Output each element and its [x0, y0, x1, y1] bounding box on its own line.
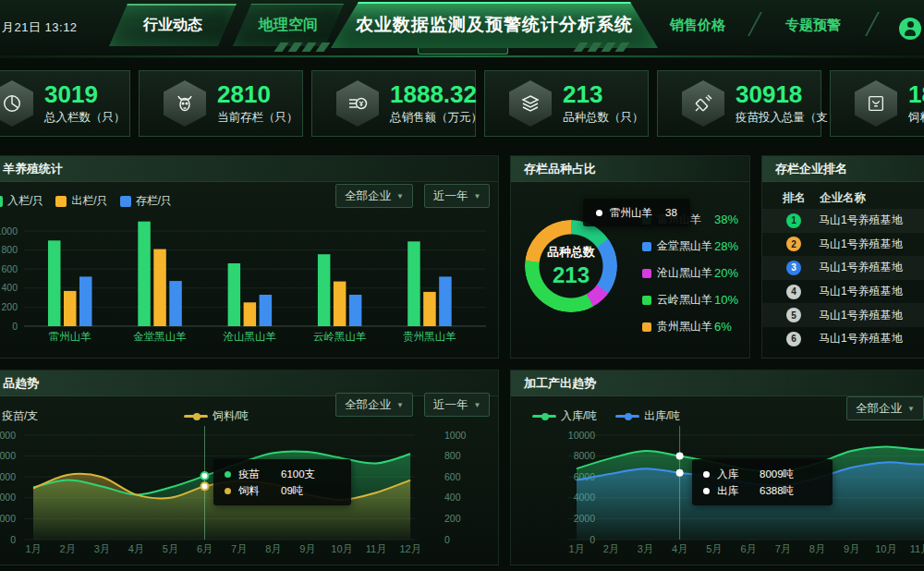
- rank-badge: 3: [786, 261, 801, 275]
- legend-item[interactable]: 云岭黑山羊10%: [642, 292, 738, 308]
- stat-value: 1888.32: [390, 82, 482, 106]
- chart-tooltip: 疫苗6100支 饲料09吨: [213, 459, 351, 505]
- svg-text:11月: 11月: [366, 543, 386, 554]
- stat-label: 总销售额（万元）: [390, 110, 482, 126]
- stat-label: 总入栏数（只）: [44, 110, 126, 126]
- bar-chart[interactable]: 02004006008001000雷州山羊金堂黑山羊沧山黑山羊云岭黑山羊贵州黑山…: [0, 156, 500, 359]
- panel-output-trend: 加工产出趋势 入库/吨 出库/吨 全部企业▼ 近一年▼ 020004000600…: [510, 370, 924, 565]
- table-header: 排名 企业名称: [762, 190, 924, 206]
- nav-separator: [748, 12, 762, 36]
- svg-text:0: 0: [444, 534, 450, 545]
- table-row[interactable]: 2马山1号养殖基地: [762, 233, 924, 257]
- svg-text:10000: 10000: [0, 430, 16, 441]
- rank-badge: 4: [786, 285, 801, 299]
- nav-tab-warning[interactable]: 专题预警: [765, 17, 861, 34]
- nav-tab-geo[interactable]: 地理空间: [233, 4, 344, 46]
- svg-text:云岭黑山羊: 云岭黑山羊: [313, 331, 367, 342]
- svg-text:12月: 12月: [399, 543, 420, 554]
- stat-label: 饲料投入总量: [908, 110, 924, 126]
- donut-center-label: 品种总数 213: [525, 220, 617, 312]
- stat-value: 30918: [736, 82, 840, 106]
- datetime: 月21日 13:12: [2, 19, 78, 36]
- svg-text:400: 400: [444, 492, 461, 503]
- chart-tooltip: 雷州山羊38: [583, 199, 690, 226]
- stat-label: 疫苗投入总量（支）: [736, 110, 840, 126]
- ranking-table: 1马山1号养殖基地 2马山1号养殖基地 3马山1号养殖基地 4马山1号养殖基地 …: [762, 209, 924, 351]
- rank-badge: 2: [786, 237, 801, 251]
- table-row[interactable]: 1马山1号养殖基地: [762, 209, 924, 233]
- stat-card-total-in: 3019总入栏数（只）: [0, 70, 130, 137]
- svg-text:3月: 3月: [94, 543, 110, 554]
- svg-text:10000: 10000: [568, 430, 595, 441]
- table-row[interactable]: 4马山1号养殖基地: [762, 280, 924, 304]
- legend-swatch: [642, 296, 651, 305]
- tooltip-dot: [225, 488, 231, 494]
- panel-supply-trend: 品趋势 疫苗/支 饲料/吨 全部企业▼ 近一年▼ 020004000600080…: [0, 370, 499, 565]
- stat-label: 品种总数（只）: [563, 110, 644, 126]
- nav-tab-industry[interactable]: 行业动态: [109, 4, 237, 46]
- tooltip-dot: [703, 488, 710, 494]
- svg-text:1月: 1月: [568, 543, 584, 554]
- legend-item[interactable]: 沧山黑山羊20%: [642, 265, 738, 281]
- svg-text:400: 400: [1, 282, 18, 293]
- table-row[interactable]: 6马山1号养殖基地: [762, 327, 924, 351]
- user-icon[interactable]: [899, 18, 921, 40]
- stat-card-feed: 1888饲料投入总量: [830, 70, 924, 137]
- panel-title: 存栏企业排名: [762, 156, 924, 182]
- stat-value: 1888: [908, 82, 924, 106]
- chart-tooltip: 入库8009吨 出库6388吨: [692, 459, 833, 505]
- svg-text:200: 200: [444, 513, 461, 524]
- svg-text:雷州山羊: 雷州山羊: [49, 331, 91, 342]
- rank-badge: 5: [786, 308, 801, 322]
- syringe-icon: [682, 80, 724, 127]
- nav-separator: [865, 12, 880, 36]
- svg-text:4月: 4月: [128, 543, 144, 554]
- table-row[interactable]: 5马山1号养殖基地: [762, 303, 924, 327]
- stat-value: 213: [563, 82, 644, 106]
- stat-card-vaccine: 30918疫苗投入总量（支）: [657, 70, 821, 137]
- coins-icon: [336, 80, 379, 127]
- stat-card-varieties: 213品种总数（只）: [484, 70, 649, 137]
- svg-text:7月: 7月: [775, 543, 791, 554]
- svg-text:200: 200: [1, 301, 18, 312]
- svg-text:8月: 8月: [809, 543, 825, 554]
- stat-value: 3019: [44, 82, 126, 106]
- svg-text:10月: 10月: [875, 543, 896, 554]
- title-decoration: [418, 48, 508, 55]
- svg-text:6000: 6000: [0, 471, 16, 482]
- legend-item[interactable]: 贵州黑山羊6%: [642, 319, 738, 334]
- goat-icon: [164, 80, 206, 127]
- legend-item[interactable]: 金堂黑山羊28%: [642, 238, 738, 254]
- rank-badge: 6: [786, 332, 801, 346]
- legend-swatch: [642, 269, 651, 278]
- stat-card-row: 3019总入栏数（只） 2810当前存栏（只） 1888.32总销售额（万元） …: [0, 70, 924, 137]
- svg-text:2000: 2000: [0, 513, 16, 524]
- svg-text:2月: 2月: [603, 543, 619, 554]
- donut-chart[interactable]: 品种总数 213: [525, 220, 617, 312]
- panel-company-ranking: 存栏企业排名 排名 企业名称 1马山1号养殖基地 2马山1号养殖基地 3马山1号…: [761, 155, 924, 358]
- svg-text:贵州黑山羊: 贵州黑山羊: [403, 331, 456, 343]
- svg-text:1000: 1000: [444, 430, 467, 441]
- svg-text:5月: 5月: [163, 543, 178, 554]
- panel-title: 存栏品种占比: [511, 156, 749, 182]
- svg-text:6月: 6月: [740, 543, 756, 554]
- svg-text:金堂黑山羊: 金堂黑山羊: [133, 331, 187, 342]
- svg-text:4月: 4月: [672, 543, 687, 554]
- svg-text:800: 800: [444, 450, 461, 461]
- svg-text:8000: 8000: [574, 450, 596, 461]
- svg-text:600: 600: [1, 263, 18, 274]
- svg-text:800: 800: [1, 244, 18, 255]
- nav-tab-price[interactable]: 销售价格: [650, 17, 746, 34]
- svg-text:5月: 5月: [706, 543, 722, 554]
- svg-text:1月: 1月: [25, 543, 41, 554]
- legend-swatch: [642, 322, 651, 332]
- svg-text:1000: 1000: [0, 225, 18, 237]
- stat-card-current-stock: 2810当前存栏（只）: [139, 70, 303, 137]
- table-row[interactable]: 3马山1号养殖基地: [762, 256, 924, 280]
- feed-bag-icon: [855, 80, 897, 127]
- svg-text:6月: 6月: [197, 543, 213, 554]
- svg-text:0: 0: [10, 534, 16, 545]
- tooltip-dot: [596, 210, 602, 216]
- pie-chart-icon: [0, 80, 33, 127]
- legend-swatch: [642, 242, 651, 251]
